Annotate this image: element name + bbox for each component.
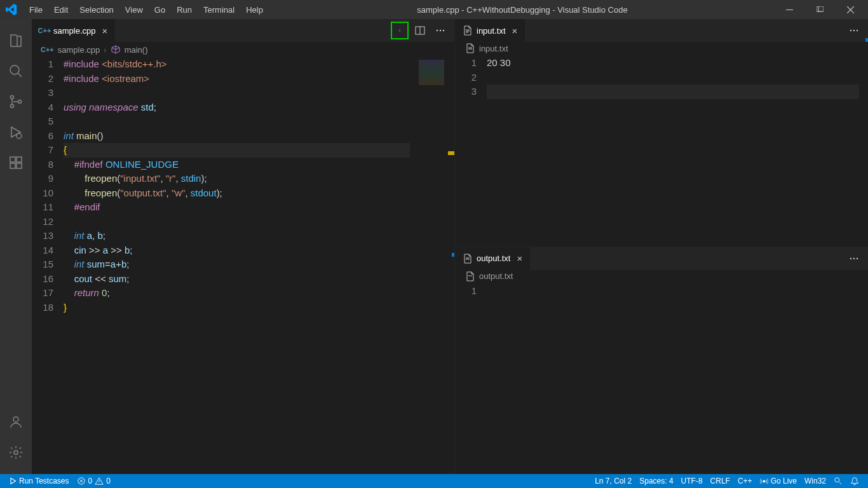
menu-file[interactable]: File	[24, 3, 48, 17]
eol[interactable]: CRLF	[707, 474, 734, 488]
svg-rect-10	[17, 163, 22, 168]
svg-point-12	[13, 417, 18, 422]
cpp-file-icon: C++	[41, 46, 54, 53]
menu-help[interactable]: Help	[241, 3, 268, 17]
input-pane: input.txt × input.txt 123 20 30	[455, 19, 868, 247]
cpp-file-icon: C++	[39, 25, 50, 36]
menu-view[interactable]: View	[120, 3, 148, 17]
tab-output-txt[interactable]: output.txt ×	[455, 247, 530, 270]
close-tab-icon[interactable]: ×	[102, 25, 107, 36]
output-pane: output.txt × output.txt 1	[455, 247, 868, 475]
svg-point-34	[763, 480, 765, 482]
language-mode[interactable]: C++	[734, 474, 756, 488]
svg-point-5	[11, 105, 14, 108]
source-control-icon[interactable]	[1, 86, 31, 117]
svg-rect-0	[786, 10, 793, 10]
problems-button[interactable]: 0 0	[73, 474, 114, 488]
split-editor-icon[interactable]	[411, 22, 429, 39]
go-live-button[interactable]: Go Live	[756, 474, 801, 488]
svg-point-24	[857, 30, 858, 31]
run-debug-icon[interactable]	[1, 117, 31, 147]
svg-point-4	[11, 96, 14, 99]
breadcrumb-symbol: main()	[125, 45, 148, 55]
statusbar: Run Testcases 0 0 Ln 7, Col 2 Spaces: 4 …	[0, 474, 868, 488]
breadcrumb[interactable]: C++ sample.cpp › main()	[32, 42, 454, 57]
breadcrumb-file: sample.cpp	[58, 45, 100, 55]
menu-terminal[interactable]: Terminal	[198, 3, 240, 17]
menu-go[interactable]: Go	[149, 3, 170, 17]
settings-gear-icon[interactable]	[1, 437, 31, 468]
accounts-icon[interactable]	[1, 407, 31, 437]
titlebar: FileEditSelectionViewGoRunTerminalHelp s…	[0, 0, 868, 19]
file-icon	[463, 25, 473, 36]
svg-rect-8	[10, 157, 15, 162]
breadcrumb[interactable]: output.txt	[455, 270, 868, 283]
svg-point-22	[850, 30, 851, 31]
file-icon	[465, 271, 475, 281]
svg-point-16	[437, 30, 438, 31]
svg-point-29	[850, 257, 851, 259]
close-tab-icon[interactable]: ×	[517, 253, 522, 264]
cursor-position[interactable]: Ln 7, Col 2	[591, 474, 635, 488]
file-icon	[465, 43, 475, 53]
feedback-icon[interactable]	[830, 474, 846, 488]
encoding[interactable]: UTF-8	[677, 474, 707, 488]
explorer-icon[interactable]	[1, 25, 31, 56]
svg-point-23	[853, 30, 855, 31]
symbol-method-icon	[111, 44, 121, 55]
tab-label: sample.cpp	[53, 26, 95, 36]
run-code-button[interactable]	[391, 22, 409, 39]
tab-label: input.txt	[477, 26, 506, 36]
input-editor[interactable]: 123 20 30	[455, 55, 868, 247]
window-title: sample.cpp - C++WithoutDebugging - Visua…	[268, 5, 776, 15]
file-icon	[463, 254, 473, 264]
close-tab-icon[interactable]: ×	[512, 25, 518, 36]
menu-run[interactable]: Run	[172, 3, 197, 17]
svg-point-18	[443, 30, 444, 31]
svg-point-6	[18, 100, 22, 104]
maximize-button[interactable]	[807, 0, 832, 19]
output-editor[interactable]: 1	[455, 283, 868, 475]
search-icon[interactable]	[1, 56, 31, 86]
menu-selection[interactable]: Selection	[74, 3, 118, 17]
tab-input-txt[interactable]: input.txt ×	[455, 19, 525, 42]
svg-rect-11	[17, 157, 22, 162]
editor-group-main: C++ sample.cpp × C++ sample.cpp › main()…	[32, 19, 455, 474]
overview-ruler[interactable]	[445, 57, 454, 474]
run-testcases-button[interactable]: Run Testcases	[5, 474, 73, 488]
svg-rect-9	[10, 163, 15, 168]
minimize-button[interactable]	[776, 0, 802, 19]
svg-point-7	[17, 133, 22, 139]
indentation[interactable]: Spaces: 4	[635, 474, 677, 488]
svg-point-31	[857, 257, 858, 259]
svg-point-13	[14, 451, 18, 454]
tab-sample-cpp[interactable]: C++ sample.cpp ×	[32, 19, 115, 42]
svg-point-35	[835, 478, 839, 482]
svg-point-30	[853, 257, 855, 259]
svg-point-3	[10, 65, 19, 74]
menubar: FileEditSelectionViewGoRunTerminalHelp	[24, 3, 268, 17]
menu-edit[interactable]: Edit	[49, 3, 73, 17]
more-actions-icon[interactable]	[431, 22, 449, 39]
win32-button[interactable]: Win32	[801, 474, 830, 488]
breadcrumb[interactable]: input.txt	[455, 42, 868, 55]
extensions-icon[interactable]	[1, 147, 31, 178]
code-editor[interactable]: 123456789101112131415161718 #include <bi…	[32, 57, 454, 474]
tab-label: output.txt	[477, 254, 510, 263]
svg-rect-2	[818, 6, 824, 11]
chevron-right-icon: ›	[104, 45, 106, 55]
svg-point-17	[440, 30, 441, 31]
vscode-logo-icon	[5, 3, 18, 16]
activity-bar	[0, 19, 32, 474]
